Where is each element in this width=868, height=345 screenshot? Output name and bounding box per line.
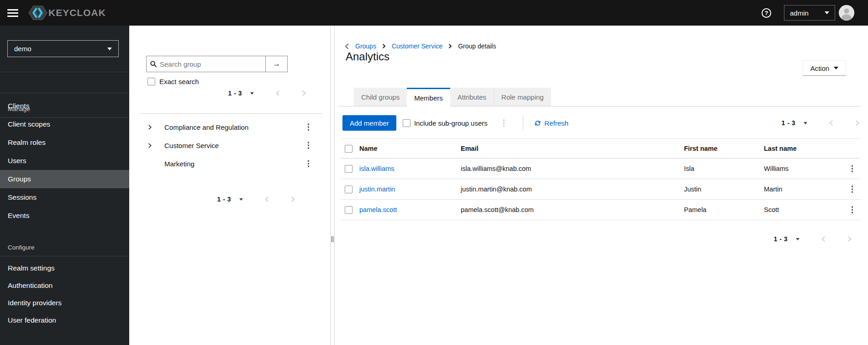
divider	[0, 93, 129, 93]
row-checkbox[interactable]	[345, 165, 352, 173]
kebab-menu-icon[interactable]	[306, 122, 311, 133]
divider	[140, 113, 322, 114]
realm-selector[interactable]: demo	[7, 40, 119, 57]
group-tree-item: Compliance and Regulation	[129, 118, 330, 136]
select-all-checkbox[interactable]	[345, 145, 352, 153]
divider	[0, 256, 129, 256]
kebab-menu-icon[interactable]	[501, 117, 507, 128]
next-page-button[interactable]	[847, 236, 852, 242]
sidebar-item-groups[interactable]: Groups	[0, 170, 129, 188]
tab-role-mapping[interactable]: Role mapping	[494, 88, 551, 106]
include-subgroup-users-label: Include sub-group users	[414, 119, 488, 127]
pagination-range: 1 - 3	[217, 196, 231, 203]
sidebar-item-sessions[interactable]: Sessions	[0, 188, 129, 207]
keycloak-logo: KEYCLOAK	[28, 5, 106, 21]
tree-pagination-bottom: 1 - 3	[217, 196, 296, 203]
chevron-right-icon	[448, 43, 452, 49]
add-member-button[interactable]: Add member	[342, 115, 396, 131]
row-checkbox[interactable]	[345, 186, 352, 193]
nav-section-configure: Configure	[8, 244, 35, 251]
divider	[0, 72, 129, 72]
pagination-options-toggle[interactable]	[796, 238, 800, 240]
group-tree-item: Customer Service	[129, 136, 330, 154]
group-tree-panel: → Exact search 1 - 3 Compliance and Regu…	[129, 26, 330, 345]
members-pagination-bottom: 1 - 3	[773, 235, 852, 243]
member-first-name: Isla	[684, 165, 764, 172]
resize-grip-icon	[331, 236, 334, 242]
column-header-name: Name	[359, 145, 461, 152]
sidebar-item-users[interactable]: Users	[0, 152, 129, 170]
exact-search-checkbox[interactable]	[147, 78, 155, 85]
member-email: isla.williams@knab.com	[461, 165, 684, 172]
breadcrumb-back-icon[interactable]	[344, 43, 350, 50]
member-username-link[interactable]: isla.williams	[359, 165, 395, 172]
row-checkbox[interactable]	[345, 206, 352, 214]
kebab-menu-icon[interactable]	[306, 140, 311, 151]
sidebar-item-client-scopes[interactable]: Client scopes	[0, 115, 129, 133]
refresh-button[interactable]: Refresh	[534, 119, 568, 127]
breadcrumb-link-customer-service[interactable]: Customer Service	[392, 42, 442, 50]
hamburger-menu-icon[interactable]	[7, 9, 18, 17]
refresh-label: Refresh	[544, 119, 568, 127]
action-dropdown-button[interactable]: Action	[803, 60, 846, 76]
group-link[interactable]: Marketing	[164, 160, 195, 168]
member-username-link[interactable]: pamela.scott	[359, 206, 397, 213]
keycloak-logo-text: KEYCLOAK	[48, 7, 106, 18]
tab-child-groups[interactable]: Child groups	[354, 88, 407, 106]
expand-chevron-icon[interactable]	[147, 124, 153, 130]
pagination-options-toggle[interactable]	[239, 198, 243, 201]
column-header-first-name: First name	[684, 145, 764, 152]
row-kebab-menu-icon[interactable]	[850, 184, 855, 195]
previous-page-button[interactable]	[828, 120, 834, 126]
pagination-range: 1 - 3	[781, 119, 795, 127]
next-page-button[interactable]	[301, 90, 307, 96]
sidebar-item-events[interactable]: Events	[0, 207, 129, 225]
tab-members[interactable]: Members	[407, 88, 450, 106]
sidebar-item-realm-settings[interactable]: Realm settings	[0, 260, 129, 277]
kebab-menu-icon[interactable]	[306, 158, 311, 169]
sidebar-item-realm-roles[interactable]: Realm roles	[0, 133, 129, 152]
member-last-name: Williams	[764, 165, 846, 172]
row-kebab-menu-icon[interactable]	[850, 204, 855, 215]
keycloak-logo-icon	[28, 5, 47, 21]
next-page-button[interactable]	[290, 196, 296, 202]
expand-chevron-icon[interactable]	[147, 143, 153, 149]
members-toolbar: Add member Include sub-group users Refre…	[342, 115, 860, 131]
breadcrumb-current: Group details	[458, 42, 496, 50]
previous-page-button[interactable]	[275, 90, 280, 96]
include-subgroup-users-checkbox[interactable]	[403, 119, 410, 127]
table-row: pamela.scott pamela.scott@knab.com Pamel…	[341, 200, 860, 220]
user-menu-label: admin	[790, 9, 809, 17]
search-group-input[interactable]	[160, 60, 262, 68]
previous-page-button[interactable]	[264, 196, 269, 202]
group-link[interactable]: Compliance and Regulation	[164, 123, 248, 131]
member-first-name: Pamela	[684, 206, 764, 213]
next-page-button[interactable]	[855, 120, 860, 126]
keycloak-admin-console: KEYCLOAK ? admin demo Manage	[0, 0, 868, 345]
group-link[interactable]: Customer Service	[164, 142, 219, 149]
breadcrumb-link-groups[interactable]: Groups	[355, 42, 376, 50]
row-kebab-menu-icon[interactable]	[850, 163, 855, 174]
masthead-right: ? admin	[762, 5, 868, 21]
member-first-name: Justin	[684, 186, 764, 193]
help-icon[interactable]: ?	[762, 8, 771, 18]
tab-attributes[interactable]: Attributes	[450, 88, 494, 106]
panel-resize-handle[interactable]	[330, 26, 335, 345]
search-submit-button[interactable]: →	[266, 56, 288, 72]
breadcrumb: Groups Customer Service Group details	[344, 42, 496, 50]
chevron-right-icon	[382, 43, 386, 49]
pagination-options-toggle[interactable]	[250, 92, 254, 95]
search-icon	[150, 61, 157, 67]
previous-page-button[interactable]	[821, 236, 826, 242]
table-row: justin.martin justin.martin@knab.com Jus…	[341, 179, 860, 200]
pagination-options-toggle[interactable]	[804, 122, 807, 124]
sidebar-item-user-federation[interactable]: User federation	[0, 312, 129, 329]
member-email: justin.martin@knab.com	[461, 186, 684, 193]
avatar[interactable]	[839, 5, 854, 21]
sidebar-item-identity-providers[interactable]: Identity providers	[0, 294, 129, 312]
column-header-email: Email	[461, 145, 684, 152]
user-menu[interactable]: admin	[784, 5, 835, 21]
sidebar-item-clients[interactable]: Clients	[0, 97, 129, 115]
member-username-link[interactable]: justin.martin	[359, 186, 395, 193]
sidebar-item-authentication[interactable]: Authentication	[0, 277, 129, 294]
